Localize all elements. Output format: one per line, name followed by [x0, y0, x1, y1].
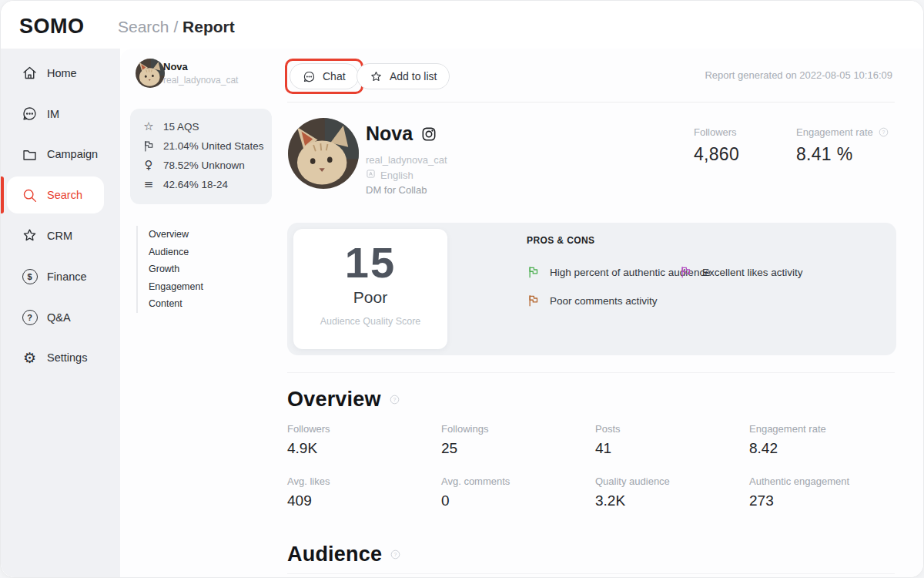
- app-window: SOMO Search / Report Home IM Campaign: [0, 0, 924, 578]
- aqs-score-card: 15 Poor Audience Quality Score: [293, 229, 447, 349]
- metric-quality-audience: Quality audience 3.2K: [595, 476, 749, 528]
- sidebar-item-qa[interactable]: ? Q&A: [1, 299, 120, 336]
- report-generated-timestamp: Report generated on 2022-08-05 10:16:09: [705, 69, 892, 81]
- search-icon: [22, 187, 38, 203]
- dollar-circle-icon: $: [22, 268, 38, 284]
- nav-item-audience[interactable]: Audience: [149, 244, 203, 261]
- chat-button-label: Chat: [323, 70, 346, 82]
- audience-heading: Audience ?: [287, 543, 401, 566]
- main-content: Nova real_ladynova_cat Chat Add to list …: [120, 49, 923, 577]
- sidebar-item-im[interactable]: IM: [1, 96, 120, 133]
- followers-value: 4,860: [694, 144, 739, 165]
- followers-label: Followers: [694, 126, 739, 138]
- audience-title: Audience: [287, 543, 382, 566]
- gender-icon: ♀: [142, 160, 156, 171]
- overview-metrics: Followers 4.9K Followings 25 Posts 41 En…: [287, 423, 923, 528]
- metric-value: 3.2K: [595, 492, 749, 509]
- metric-posts: Posts 41: [595, 423, 749, 476]
- engagement-kpi: Engagement rate ? 8.41 %: [796, 126, 889, 165]
- chat-bubble-icon: [22, 106, 38, 122]
- metric-value: 8.42: [749, 440, 923, 457]
- sidebar-item-label: IM: [47, 108, 59, 120]
- add-to-list-button[interactable]: Add to list: [357, 63, 450, 89]
- metric-value: 41: [595, 440, 749, 457]
- chat-button[interactable]: Chat: [290, 63, 359, 89]
- orange-flag-icon: [527, 294, 541, 307]
- toolbar-profile-username: real_ladynova_cat: [163, 75, 238, 86]
- sidebar-item-settings[interactable]: ⚙ Settings: [1, 339, 120, 376]
- sidebar-item-crm[interactable]: CRM: [1, 217, 120, 254]
- folder-icon: [22, 146, 38, 163]
- chat-bubble-icon: [303, 70, 316, 83]
- flag-icon: [142, 139, 156, 153]
- stat-text: 21.04% United States: [163, 140, 264, 152]
- profile-language: English: [380, 170, 413, 181]
- metric-followings: Followings 25: [441, 423, 595, 476]
- metric-avg-likes: Avg. likes 409: [287, 476, 441, 528]
- breadcrumb-current: Report: [182, 18, 235, 35]
- sidebar: Home IM Campaign Search CRM: [1, 49, 120, 577]
- metric-label: Engagement rate: [749, 423, 923, 435]
- sidebar-item-search[interactable]: Search: [7, 176, 104, 213]
- nav-item-content[interactable]: Content: [149, 295, 203, 313]
- sidebar-item-home[interactable]: Home: [1, 55, 120, 92]
- metric-value: 0: [441, 492, 595, 509]
- profile-bio: DM for Collab: [366, 184, 427, 196]
- stat-country: 21.04% United States: [142, 136, 272, 156]
- active-indicator-bar: [1, 176, 4, 213]
- stat-aqs: ☆ 15 AQS: [142, 117, 272, 136]
- metric-followers: Followers 4.9K: [287, 423, 441, 476]
- divider: [287, 102, 895, 102]
- breadcrumb: Search / Report: [118, 18, 235, 36]
- aqs-panel: 15 Poor Audience Quality Score PROS & CO…: [287, 223, 896, 355]
- sidebar-item-label: CRM: [47, 230, 72, 242]
- profile-avatar: [288, 118, 359, 189]
- metric-value: 4.9K: [287, 440, 441, 457]
- avatar: [136, 59, 165, 88]
- help-icon[interactable]: ?: [389, 394, 400, 405]
- toolbar-profile-name: Nova: [163, 61, 188, 72]
- add-to-list-label: Add to list: [390, 70, 437, 82]
- green-flag-icon: [527, 265, 541, 279]
- app-logo: SOMO: [19, 15, 85, 39]
- stat-text: 42.64% 18-24: [163, 179, 228, 190]
- sidebar-item-label: Campaign: [47, 148, 98, 160]
- annotation-highlight-box: Chat: [285, 59, 363, 94]
- sidebar-item-label: Search: [47, 189, 82, 201]
- metric-label: Followers: [287, 423, 441, 435]
- engagement-label: Engagement rate: [796, 126, 873, 138]
- language-icon: [366, 169, 376, 181]
- aqs-caption: Audience Quality Score: [320, 316, 421, 327]
- pros-cons-title: PROS & CONS: [527, 235, 594, 246]
- sidebar-item-label: Finance: [47, 271, 87, 283]
- svg-text:?: ?: [882, 129, 885, 135]
- profile-username: real_ladynova_cat: [366, 154, 447, 166]
- divider: [287, 372, 895, 373]
- profile-name: Nova: [366, 123, 413, 145]
- star-icon: ☆: [142, 121, 156, 133]
- pros-item: Excellent likes activity: [679, 265, 803, 279]
- nav-item-growth[interactable]: Growth: [149, 260, 203, 278]
- metric-value: 25: [441, 440, 595, 457]
- stat-age: ≡ 42.64% 18-24: [142, 175, 272, 194]
- help-icon[interactable]: ?: [878, 126, 889, 138]
- report-section-nav: Overview Audience Growth Engagement Cont…: [136, 226, 203, 313]
- breadcrumb-parent[interactable]: Search: [118, 18, 169, 35]
- engagement-value: 8.41 %: [796, 144, 889, 165]
- help-icon[interactable]: ?: [390, 549, 401, 560]
- sidebar-item-label: Home: [47, 67, 77, 79]
- cons-text: Poor comments activity: [550, 295, 658, 307]
- stat-text: 15 AQS: [163, 121, 199, 133]
- sidebar-item-finance[interactable]: $ Finance: [1, 258, 120, 295]
- metric-label: Avg. likes: [287, 476, 441, 487]
- instagram-icon[interactable]: [421, 126, 437, 142]
- nav-item-overview[interactable]: Overview: [149, 226, 203, 244]
- stat-gender: ♀ 78.52% Unknown: [142, 156, 272, 175]
- sidebar-item-campaign[interactable]: Campaign: [1, 136, 120, 173]
- star-icon: [22, 227, 38, 244]
- metric-label: Avg. comments: [441, 476, 595, 487]
- age-list-icon: ≡: [142, 179, 156, 190]
- gear-icon: ⚙: [22, 350, 38, 366]
- svg-text:?: ?: [393, 397, 396, 402]
- nav-item-engagement[interactable]: Engagement: [149, 278, 203, 296]
